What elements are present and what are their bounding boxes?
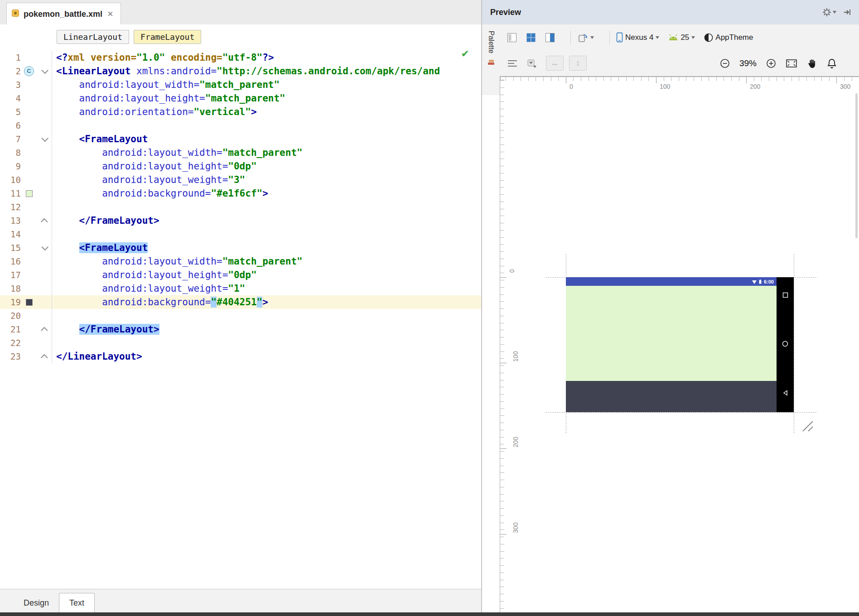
fold-marker-icon[interactable] bbox=[41, 67, 48, 74]
chevron-down-icon bbox=[691, 36, 695, 39]
device-selector[interactable]: Nexus 4 bbox=[616, 32, 659, 43]
preview-title: Preview bbox=[490, 8, 521, 17]
guide-line bbox=[794, 254, 794, 433]
code-line[interactable]: 10 android:layout_weight="3" bbox=[0, 173, 481, 187]
preview-canvas[interactable]: 01002003000100200300 6:00 bbox=[500, 77, 859, 612]
android-studio-window: pokemon_battle.xml × LinearLayout FrameL… bbox=[0, 0, 859, 616]
code-line[interactable]: 6 bbox=[0, 119, 481, 132]
blueprint-mode-icon[interactable] bbox=[526, 33, 536, 43]
code-line[interactable]: 21 </FrameLayout> bbox=[0, 322, 481, 336]
design-mode-icon[interactable] bbox=[507, 33, 517, 43]
zoom-out-icon[interactable] bbox=[719, 58, 730, 69]
gear-icon[interactable] bbox=[822, 8, 836, 17]
device-preview[interactable]: 6:00 bbox=[566, 277, 794, 412]
line-number: 20 bbox=[0, 309, 21, 322]
tab-close-icon[interactable]: × bbox=[106, 9, 114, 19]
android-icon bbox=[668, 34, 678, 41]
fold-marker-icon[interactable] bbox=[41, 135, 48, 142]
code-line[interactable]: 19 android:background="#404251"> bbox=[0, 295, 481, 309]
nav-back-icon[interactable] bbox=[782, 390, 788, 398]
fold-marker-icon[interactable] bbox=[41, 354, 48, 361]
editor-tab-bar: pokemon_battle.xml × bbox=[0, 0, 481, 25]
code-line[interactable]: 20 bbox=[0, 309, 481, 322]
ruler-label: 300 bbox=[512, 522, 519, 533]
code-line[interactable]: 15 <FrameLayout bbox=[0, 241, 481, 255]
nav-home-icon[interactable] bbox=[782, 341, 788, 349]
line-number: 9 bbox=[0, 159, 21, 173]
code-lines[interactable]: 1<?xml version="1.0" encoding="utf-8"?>2… bbox=[0, 51, 481, 363]
breadcrumb: LinearLayout FrameLayout bbox=[57, 30, 201, 44]
code-line[interactable]: 16 android:layout_width="match_parent" bbox=[0, 255, 481, 268]
inspection-status-icon[interactable]: ✔ bbox=[461, 48, 469, 60]
code-line[interactable]: 12 bbox=[0, 200, 481, 214]
notifications-icon[interactable] bbox=[826, 58, 837, 69]
fold-marker-icon[interactable] bbox=[41, 218, 48, 225]
code-line[interactable]: 23</LinearLayout> bbox=[0, 350, 481, 363]
file-tab[interactable]: pokemon_battle.xml × bbox=[6, 3, 121, 25]
code-line[interactable]: 7 <FrameLayout bbox=[0, 132, 481, 146]
phone-icon bbox=[616, 32, 623, 43]
code-line[interactable]: 4 android:layout_height="match_parent" bbox=[0, 91, 481, 105]
status-clock: 6:00 bbox=[764, 279, 774, 284]
ruler-vertical bbox=[500, 77, 504, 612]
code-line[interactable]: 2C<LinearLayout xmlns:android="http://sc… bbox=[0, 64, 481, 78]
code-line[interactable]: 13 </FrameLayout> bbox=[0, 214, 481, 227]
color-swatch-icon[interactable] bbox=[26, 190, 33, 197]
code-line[interactable]: 14 bbox=[0, 227, 481, 241]
breadcrumb-framelayout[interactable]: FrameLayout bbox=[134, 30, 201, 44]
pan-icon[interactable] bbox=[806, 58, 817, 69]
api-level-selector[interactable]: 25 bbox=[668, 33, 695, 42]
line-number: 13 bbox=[0, 214, 21, 227]
canvas-scrollbar[interactable] bbox=[855, 93, 858, 238]
code-line[interactable]: 9 android:layout_height="0dp" bbox=[0, 159, 481, 173]
editor-pane: pokemon_battle.xml × LinearLayout FrameL… bbox=[0, 0, 481, 612]
expand-vertical-icon[interactable]: ↕ bbox=[569, 56, 587, 71]
frame-layout-bottom[interactable] bbox=[566, 381, 777, 412]
render-options-icon[interactable] bbox=[507, 59, 518, 67]
line-number: 8 bbox=[0, 146, 21, 159]
device-screen[interactable]: 6:00 bbox=[566, 277, 777, 412]
line-number: 3 bbox=[0, 78, 21, 91]
fold-marker-icon[interactable] bbox=[41, 327, 48, 334]
code-line[interactable]: 5 android:orientation="vertical"> bbox=[0, 105, 481, 119]
breadcrumb-linearlayout[interactable]: LinearLayout bbox=[57, 30, 129, 44]
code-line[interactable]: 17 android:layout_height="0dp" bbox=[0, 268, 481, 282]
nav-recents-icon[interactable] bbox=[782, 292, 788, 300]
line-number: 17 bbox=[0, 268, 21, 282]
line-number: 14 bbox=[0, 227, 21, 241]
code-line[interactable]: 8 android:layout_width="match_parent" bbox=[0, 146, 481, 159]
code-line[interactable]: 1<?xml version="1.0" encoding="utf-8"?> bbox=[0, 51, 481, 64]
code-line[interactable]: 22 bbox=[0, 336, 481, 350]
ruler-label: 200 bbox=[750, 83, 760, 90]
tab-text[interactable]: Text bbox=[59, 593, 95, 612]
tab-design[interactable]: Design bbox=[14, 593, 59, 612]
line-number: 11 bbox=[0, 187, 21, 200]
nav-bar bbox=[777, 277, 794, 412]
preview-header: Preview bbox=[482, 0, 859, 25]
split-mode-icon[interactable] bbox=[545, 33, 555, 43]
zoom-fit-icon[interactable] bbox=[786, 58, 797, 68]
expand-horizontal-icon[interactable]: ↔ bbox=[546, 56, 564, 71]
orientation-icon[interactable] bbox=[577, 32, 594, 43]
line-number: 2 bbox=[0, 64, 21, 78]
ruler-label: 300 bbox=[840, 83, 850, 90]
zoom-in-icon[interactable] bbox=[766, 58, 777, 69]
code-line[interactable]: 11 android:background="#e1f6cf"> bbox=[0, 187, 481, 200]
variant-options-icon[interactable] bbox=[527, 59, 537, 68]
code-line[interactable]: 3 android:layout_width="match_parent" bbox=[0, 78, 481, 91]
fold-marker-icon[interactable] bbox=[41, 243, 48, 250]
hide-panel-icon[interactable] bbox=[843, 8, 852, 17]
code-editor[interactable]: LinearLayout FrameLayout ✔ 1<?xml versio… bbox=[0, 24, 481, 589]
chevron-down-icon bbox=[833, 11, 836, 14]
theme-selector[interactable]: AppTheme bbox=[704, 33, 753, 42]
color-swatch-icon[interactable] bbox=[26, 299, 33, 306]
frame-layout-top[interactable] bbox=[566, 286, 777, 381]
preview-toolbar: Nexus 4 25 AppTheme bbox=[500, 24, 859, 77]
line-number: 21 bbox=[0, 322, 21, 336]
palette-icon bbox=[487, 58, 495, 68]
palette-tab[interactable]: Palette bbox=[482, 24, 500, 95]
ruler-label: 0 bbox=[569, 83, 573, 90]
line-number: 15 bbox=[0, 241, 21, 255]
resize-handle[interactable] bbox=[797, 416, 814, 434]
code-line[interactable]: 18 android:layout_weight="1" bbox=[0, 282, 481, 295]
